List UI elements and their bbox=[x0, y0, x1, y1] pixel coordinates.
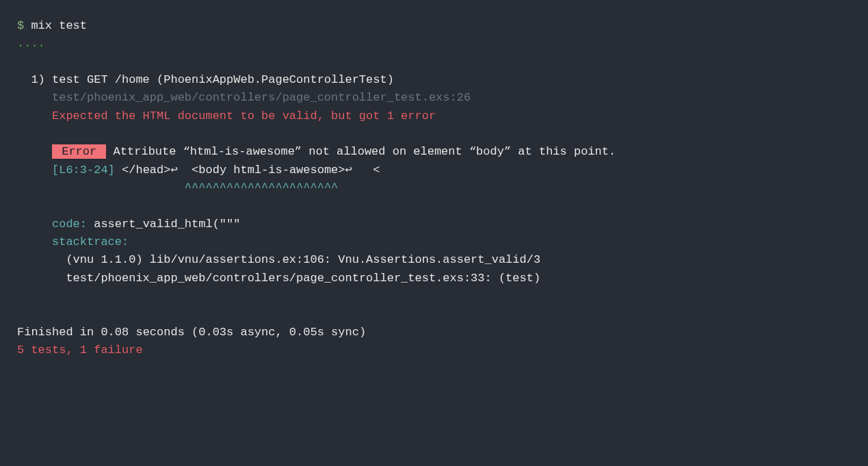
blank-line bbox=[17, 53, 851, 71]
code-line: code: assert_valid_html(""" bbox=[52, 216, 851, 233]
test-file-location: test/phoenix_app_web/controllers/page_co… bbox=[52, 89, 851, 107]
finished-line: Finished in 0.08 seconds (0.03s async, 0… bbox=[17, 324, 851, 341]
caret-line: ^^^^^^^^^^^^^^^^^^^^^^ bbox=[52, 179, 851, 197]
caret-underline: ^^^^^^^^^^^^^^^^^^^^^^ bbox=[185, 181, 338, 194]
code-snippet: </head>↩ <body html-is-awesome>↩ < bbox=[115, 164, 380, 177]
failure-title: test GET /home (PhoenixAppWeb.PageContro… bbox=[52, 73, 394, 86]
stacktrace-label: stacktrace: bbox=[52, 233, 851, 251]
summary-line: 5 tests, 1 failure bbox=[17, 341, 851, 359]
blank-line bbox=[17, 125, 851, 143]
test-dots: .... bbox=[17, 35, 851, 53]
failure-header: 1) test GET /home (PhoenixAppWeb.PageCon… bbox=[31, 71, 851, 89]
stacktrace-line-1: (vnu 1.1.0) lib/vnu/assertions.ex:106: V… bbox=[66, 251, 851, 269]
expected-message: Expected the HTML document to be valid, … bbox=[52, 107, 851, 125]
stacktrace-line-2: test/phoenix_app_web/controllers/page_co… bbox=[66, 270, 851, 287]
error-message: Attribute “html-is-awesome” not allowed … bbox=[106, 145, 616, 158]
command: mix test bbox=[31, 19, 87, 32]
error-line: Error Attribute “html-is-awesome” not al… bbox=[52, 143, 851, 161]
snippet-line: [L6:3-24] </head>↩ <body html-is-awesome… bbox=[52, 161, 851, 179]
blank-line bbox=[17, 287, 851, 305]
caret-padding bbox=[52, 181, 185, 194]
blank-line bbox=[17, 197, 851, 215]
prompt-line: $ mix test bbox=[17, 17, 851, 35]
blank-line bbox=[17, 306, 851, 324]
code-label: code: bbox=[52, 218, 87, 231]
failure-number: 1) bbox=[31, 73, 44, 86]
location-marker: [L6:3-24] bbox=[52, 164, 115, 177]
terminal-output: $ mix test .... 1) test GET /home (Phoen… bbox=[17, 17, 851, 360]
prompt-symbol: $ bbox=[17, 19, 24, 32]
code-value: assert_valid_html(""" bbox=[87, 218, 240, 231]
error-badge: Error bbox=[52, 144, 106, 159]
command-text bbox=[24, 19, 31, 32]
